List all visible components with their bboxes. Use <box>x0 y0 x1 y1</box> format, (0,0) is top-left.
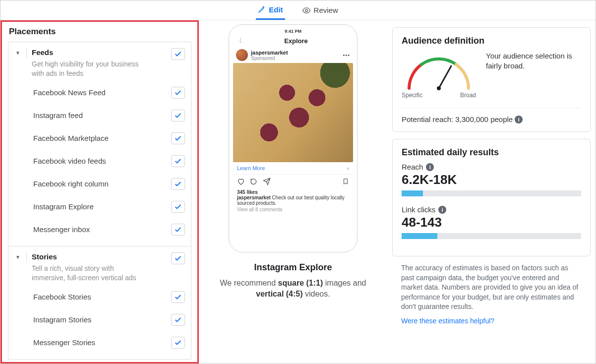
disclaimer-text: The accuracy of estimates is based on fa… <box>401 263 582 312</box>
audience-summary: Your audience selection is fairly broad. <box>486 51 581 71</box>
learn-more-link: Learn More <box>237 165 265 171</box>
group-desc: Tell a rich, visual story with immersive… <box>32 264 167 286</box>
placement-item[interactable]: Facebook right column <box>14 173 185 195</box>
checkbox-stories[interactable] <box>171 252 185 264</box>
audience-title: Audience definition <box>402 36 581 46</box>
tab-edit[interactable]: Edit <box>256 1 285 20</box>
tab-review-label: Review <box>314 6 338 14</box>
checkbox-feeds[interactable] <box>171 48 185 60</box>
checkbox[interactable] <box>171 87 185 99</box>
placement-item[interactable]: Messenger Stories <box>14 331 185 354</box>
checkbox[interactable] <box>171 224 185 236</box>
placements-panel: Placements ▼ Feeds Get high visibility f… <box>0 20 199 364</box>
placement-item[interactable]: Instagram feed <box>14 104 185 127</box>
preview-title: Instagram Explore <box>254 262 332 273</box>
clicks-metric-value: 48-143 <box>402 215 581 230</box>
caption: jaspersmarket Check out our best quality… <box>237 195 349 206</box>
ig-actions <box>233 175 353 188</box>
send-icon <box>263 178 271 185</box>
reach-value: 3,300,000 people <box>455 115 513 123</box>
checkbox[interactable] <box>171 155 185 167</box>
heart-icon <box>237 178 245 185</box>
feedback-link[interactable]: Were these estimates helpful? <box>401 317 494 325</box>
divider <box>26 48 27 58</box>
svg-line-1 <box>439 66 451 88</box>
caret-down-icon[interactable]: ▼ <box>14 50 21 56</box>
placement-item[interactable]: Facebook Stories <box>14 286 185 308</box>
chevron-right-icon: › <box>347 165 349 171</box>
results-title: Estimated daily results <box>402 147 581 158</box>
back-icon: 〈 <box>236 37 242 45</box>
reach-bar <box>402 190 581 196</box>
reach-label: Potential reach: <box>402 115 453 123</box>
checkbox[interactable] <box>171 178 185 190</box>
preview-image <box>233 63 353 162</box>
svg-point-2 <box>437 86 441 90</box>
checkbox[interactable] <box>171 314 185 326</box>
info-icon[interactable]: i <box>438 206 446 214</box>
placement-item[interactable]: Facebook News Feed <box>14 81 185 104</box>
bookmark-icon <box>342 178 349 185</box>
eye-icon <box>302 6 311 15</box>
clicks-metric-label: Link clicks <box>402 205 435 214</box>
caret-down-icon[interactable]: ▼ <box>14 254 21 260</box>
info-icon[interactable]: i <box>426 163 434 171</box>
preview-panel: 9:41 PM 〈 Explore jaspersmarket Sponsore… <box>199 20 387 364</box>
placement-item[interactable]: Messenger inbox <box>14 218 185 241</box>
checkbox[interactable] <box>171 110 185 121</box>
sponsored-label: Sponsored <box>251 56 288 61</box>
phone-preview: 9:41 PM 〈 Explore jaspersmarket Sponsore… <box>229 24 358 252</box>
placements-title: Placements <box>2 22 197 42</box>
view-comments: View all 8 comments <box>237 207 349 212</box>
insights-panel: Audience definition Specific Broad <box>387 20 596 364</box>
placement-item[interactable]: Facebook Marketplace <box>14 127 185 150</box>
pencil-icon <box>258 5 266 13</box>
placement-group-stories: ▼ Stories Tell a rich, visual story with… <box>8 246 191 359</box>
checkbox[interactable] <box>171 132 185 144</box>
results-card: Estimated daily results Reachi 6.2K-18K … <box>392 139 591 256</box>
divider <box>26 252 27 262</box>
gauge-label-specific: Specific <box>402 92 422 99</box>
placement-item[interactable]: Instagram Stories <box>14 308 185 331</box>
reach-metric-value: 6.2K-18K <box>402 172 581 187</box>
gauge-label-broad: Broad <box>460 92 476 99</box>
checkbox[interactable] <box>171 337 185 349</box>
svg-point-0 <box>305 9 307 11</box>
status-bar: 9:41 PM <box>233 28 353 35</box>
placement-item[interactable]: Facebook video feeds <box>14 150 185 173</box>
placement-group-feeds: ▼ Feeds Get high visibility for your bus… <box>8 42 191 246</box>
group-desc: Get high visibility for your business wi… <box>32 60 167 81</box>
more-icon: ••• <box>343 52 350 58</box>
tab-review[interactable]: Review <box>300 2 340 19</box>
placement-item[interactable]: Instagram Explore <box>14 195 185 218</box>
audience-card: Audience definition Specific Broad <box>392 27 591 132</box>
reach-metric-label: Reach <box>402 163 423 171</box>
group-title: Stories <box>32 252 167 261</box>
gauge: Specific Broad <box>402 51 476 99</box>
checkbox[interactable] <box>171 291 185 303</box>
account-name: jaspersmarket <box>251 50 288 56</box>
clicks-bar <box>402 233 581 239</box>
preview-header: Explore <box>242 37 350 45</box>
tab-edit-label: Edit <box>269 5 283 14</box>
group-title: Feeds <box>32 48 167 57</box>
likes-count: 345 likes <box>237 189 349 195</box>
info-icon[interactable]: i <box>515 116 523 123</box>
avatar <box>236 49 248 61</box>
top-tabs: Edit Review <box>0 0 596 20</box>
comment-icon <box>250 178 258 185</box>
preview-recommendation: We recommend square (1:1) images and ver… <box>214 278 372 300</box>
checkbox[interactable] <box>171 201 185 213</box>
